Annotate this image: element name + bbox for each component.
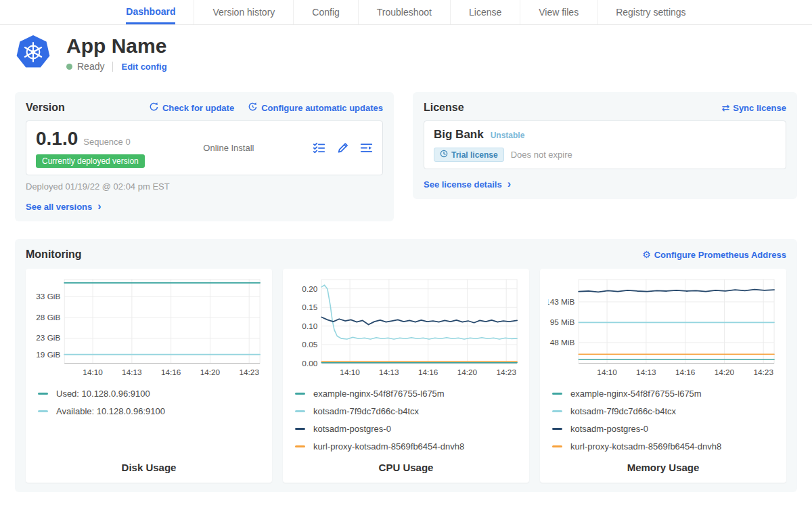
status-text: Ready — [77, 61, 104, 72]
svg-text:0.00: 0.00 — [302, 359, 317, 368]
license-channel: Unstable — [491, 131, 525, 140]
svg-text:23 GiB: 23 GiB — [36, 333, 60, 342]
tab-label: Config — [312, 0, 339, 24]
legend-item: kotsadm-postgres-0 — [291, 420, 521, 437]
clock-icon — [440, 150, 448, 160]
see-all-versions-link[interactable]: See all versions › — [26, 201, 102, 212]
legend-swatch — [552, 428, 562, 430]
refresh-icon — [149, 102, 159, 114]
legend-item: Used: 10.128.0.96:9100 — [34, 385, 264, 402]
svg-text:14:20: 14:20 — [200, 368, 221, 376]
legend-swatch — [295, 445, 305, 447]
chevron-right-icon: › — [508, 179, 511, 190]
legend-label: Available: 10.128.0.96:9100 — [56, 406, 165, 416]
legend-item: kurl-proxy-kotsadm-8569fb6454-dnvh8 — [548, 437, 778, 455]
chart-memory-usage: 14:1014:1314:1614:2014:2348 MiB95 MiB143… — [540, 269, 786, 483]
tab-view-files[interactable]: View files — [520, 0, 597, 24]
page-title: App Name — [66, 35, 167, 58]
legend-item: kurl-proxy-kotsadm-8569fb6454-dnvh8 — [291, 437, 521, 455]
license-expiry: Does not expire — [511, 150, 572, 160]
svg-text:14:20: 14:20 — [715, 368, 735, 376]
see-license-details-link[interactable]: See license details › — [424, 179, 511, 190]
chart-disk-usage: 14:1014:1314:1614:2014:2319 GiB23 GiB28 … — [26, 269, 272, 483]
edit-config-link[interactable]: Edit config — [121, 62, 166, 72]
version-actions — [313, 141, 373, 154]
chart-cpu-usage: 14:1014:1314:1614:2014:230.000.050.100.1… — [283, 269, 529, 483]
sync-license-link[interactable]: ⇄ Sync license — [721, 103, 786, 113]
legend-swatch — [552, 445, 562, 447]
chart-legend: example-nginx-54f8f76755-l675mkotsadm-7f… — [291, 385, 521, 455]
kubernetes-logo-icon — [16, 35, 50, 72]
chart-title: Disk Usage — [34, 462, 264, 473]
svg-text:14:10: 14:10 — [597, 368, 617, 376]
tab-registry-settings[interactable]: Registry settings — [597, 0, 704, 24]
tab-troubleshoot[interactable]: Troubleshoot — [358, 0, 450, 24]
svg-text:14:20: 14:20 — [457, 368, 478, 376]
svg-text:14:23: 14:23 — [496, 368, 516, 376]
chart-legend: Used: 10.128.0.96:9100Available: 10.128.… — [34, 385, 264, 420]
app-header: App Name Ready Edit config — [0, 25, 812, 76]
legend-swatch — [295, 428, 305, 430]
legend-item: Available: 10.128.0.96:9100 — [34, 402, 264, 420]
legend-swatch — [38, 393, 48, 395]
legend-label: kotsadm-postgres-0 — [570, 424, 648, 434]
version-heading: Version — [26, 102, 65, 114]
svg-text:14:13: 14:13 — [379, 368, 399, 376]
top-nav: DashboardVersion historyConfigTroublesho… — [0, 0, 812, 25]
svg-text:48 MiB: 48 MiB — [550, 338, 575, 347]
legend-swatch — [295, 393, 305, 395]
tab-license[interactable]: License — [450, 0, 520, 24]
legend-item: kotsadm-7f9dc7d66c-b4tcx — [291, 402, 521, 420]
legend-item: kotsadm-7f9dc7d66c-b4tcx — [548, 402, 778, 420]
tab-label: Registry settings — [616, 0, 685, 24]
svg-text:0.10: 0.10 — [302, 322, 317, 330]
tab-label: License — [469, 0, 501, 24]
monitoring-card: Monitoring ⚙ Configure Prometheus Addres… — [15, 239, 797, 492]
legend-label: Used: 10.128.0.96:9100 — [56, 389, 150, 399]
svg-text:95 MiB: 95 MiB — [550, 317, 575, 326]
preflight-checks-icon[interactable] — [313, 141, 325, 154]
svg-text:0.15: 0.15 — [302, 303, 317, 311]
svg-text:14:16: 14:16 — [675, 368, 696, 376]
tab-label: View files — [539, 0, 579, 24]
tab-label: Version history — [212, 0, 275, 24]
legend-label: kotsadm-postgres-0 — [313, 424, 391, 434]
chart-legend: example-nginx-54f8f76755-l675mkotsadm-7f… — [548, 385, 778, 455]
legend-item: example-nginx-54f8f76755-l675m — [548, 385, 778, 402]
license-card: License ⇄ Sync license Big Bank Unstable — [413, 92, 797, 199]
legend-label: example-nginx-54f8f76755-l675m — [570, 389, 702, 399]
version-sequence: Sequence 0 — [83, 137, 130, 147]
edit-config-icon[interactable] — [336, 141, 349, 154]
legend-swatch — [38, 410, 48, 412]
svg-text:0.05: 0.05 — [302, 340, 317, 349]
tab-config[interactable]: Config — [293, 0, 357, 24]
app-header-text: App Name Ready Edit config — [66, 35, 167, 72]
svg-text:143 MiB: 143 MiB — [548, 297, 574, 306]
legend-label: kotsadm-7f9dc7d66c-b4tcx — [313, 406, 419, 416]
chart-plot: 14:1014:1314:1614:2014:2319 GiB23 GiB28 … — [34, 276, 264, 379]
cards-row: Version Check for update — [0, 92, 812, 221]
version-number: 0.1.0 — [36, 128, 78, 150]
svg-text:14:16: 14:16 — [418, 368, 438, 376]
svg-text:14:23: 14:23 — [753, 368, 773, 376]
deploy-logs-icon[interactable] — [360, 141, 373, 154]
monitoring-heading: Monitoring — [26, 248, 82, 261]
configure-automatic-updates-link[interactable]: Configure automatic updates — [248, 102, 383, 114]
app-status-row: Ready Edit config — [66, 61, 167, 72]
svg-text:14:13: 14:13 — [122, 368, 142, 376]
check-for-update-link[interactable]: Check for update — [149, 102, 234, 114]
version-card: Version Check for update — [15, 92, 394, 221]
svg-text:33 GiB: 33 GiB — [36, 292, 60, 301]
license-heading: License — [424, 102, 464, 114]
legend-label: kurl-proxy-kotsadm-8569fb6454-dnvh8 — [313, 441, 464, 452]
legend-item: kotsadm-postgres-0 — [548, 420, 778, 437]
configure-prometheus-link[interactable]: ⚙ Configure Prometheus Address — [642, 250, 786, 260]
current-version-box: 0.1.0 Sequence 0 Currently deployed vers… — [26, 120, 383, 175]
svg-text:14:16: 14:16 — [161, 368, 181, 376]
version-info: 0.1.0 Sequence 0 Currently deployed vers… — [36, 128, 145, 168]
tab-dashboard[interactable]: Dashboard — [108, 0, 194, 24]
tab-version-history[interactable]: Version history — [194, 0, 293, 24]
svg-text:14:23: 14:23 — [239, 368, 259, 376]
svg-text:28 GiB: 28 GiB — [36, 313, 60, 322]
legend-label: kotsadm-7f9dc7d66c-b4tcx — [570, 406, 676, 416]
